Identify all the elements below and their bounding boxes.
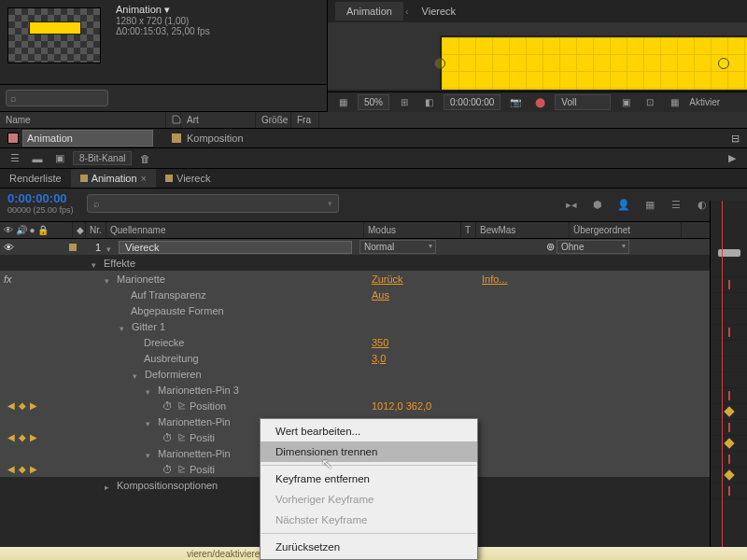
row-deformieren[interactable]: Deformieren [0, 366, 747, 382]
resolution-icon[interactable]: ⊞ [395, 94, 414, 111]
label-icon[interactable]: ◆ [77, 225, 84, 235]
kf-diamond-icon[interactable]: ◆ [19, 432, 26, 442]
kf-diamond-icon[interactable]: ◆ [19, 464, 26, 474]
stopwatch-icon[interactable]: ⏱ [162, 400, 174, 412]
trash-icon[interactable]: 🗑 [135, 150, 154, 167]
play-icon[interactable]: ▶ [723, 150, 741, 167]
twirl-icon[interactable] [92, 259, 101, 268]
twirl-icon[interactable] [106, 243, 116, 252]
audio-icon[interactable]: 🔊 [16, 225, 27, 235]
current-timecode[interactable]: 0:00:00:0000000 (25.00 fps) [0, 189, 81, 221]
layer-name[interactable]: Viereck [119, 241, 352, 254]
menu-separate-dimensions[interactable]: Dimensionen trennen [261, 441, 477, 462]
val-pos3[interactable]: 1012,0 362,0 [372, 400, 431, 412]
marker[interactable] [728, 391, 730, 400]
marker[interactable] [728, 455, 730, 464]
expression-icon[interactable]: ⊵ [177, 463, 186, 475]
twirl-icon[interactable] [146, 417, 155, 427]
col-size[interactable]: Größe [256, 112, 291, 128]
next-kf-icon[interactable]: ▶ [30, 400, 37, 411]
col-name[interactable]: Name [0, 112, 166, 128]
folder-icon[interactable]: ▬ [28, 150, 47, 167]
row-effects[interactable]: Effekte [0, 255, 747, 271]
flowchart-icon[interactable]: ⊟ [731, 133, 740, 145]
solo-icon[interactable]: ● [30, 225, 35, 235]
tab-renderlist[interactable]: Renderliste [0, 169, 71, 188]
marker[interactable] [728, 328, 730, 337]
marker[interactable] [728, 423, 730, 432]
channels-icon[interactable]: ⬤ [530, 94, 549, 111]
col-nr[interactable]: Nr. [86, 222, 106, 238]
layer-viereck[interactable]: 👁 1 Viereck Normal ⊚ Ohne [0, 239, 747, 255]
col-trkmat[interactable]: BewMas [476, 222, 570, 238]
puppet-pin[interactable] [718, 58, 729, 69]
resolution-select[interactable]: Voll [555, 94, 611, 110]
transparency-icon[interactable]: ▦ [665, 94, 684, 111]
row-ausbreitung[interactable]: Ausbreitung3,0 [0, 350, 747, 366]
twirl-icon[interactable] [105, 481, 114, 490]
prev-kf-icon[interactable]: ◀ [7, 432, 15, 442]
effect-info[interactable]: Info... [482, 273, 508, 285]
keyframe[interactable] [724, 469, 734, 480]
parent-select[interactable]: Ohne [557, 240, 629, 254]
label-color[interactable] [172, 133, 181, 143]
pickwhip-icon[interactable]: ⊚ [546, 241, 555, 253]
tab-animation[interactable]: Animation× [71, 169, 156, 188]
new-comp-icon[interactable]: ▣ [50, 150, 69, 167]
stopwatch-icon[interactable]: ⏱ [162, 432, 174, 443]
close-tab-icon[interactable]: × [141, 173, 147, 184]
graph-icon[interactable]: ◐ [693, 196, 712, 215]
viewer-canvas[interactable] [328, 22, 747, 90]
camera-icon[interactable]: 📷 [506, 94, 525, 111]
comp-thumbnail[interactable] [7, 7, 101, 63]
next-kf-icon[interactable]: ▶ [30, 464, 37, 474]
twirl-icon[interactable] [146, 449, 155, 458]
playhead[interactable] [722, 201, 723, 560]
val-ausbreitung[interactable]: 3,0 [372, 353, 386, 364]
activate-button[interactable]: Aktivier [689, 97, 720, 107]
menu-remove-keyframe[interactable]: Keyframe entfernen [261, 469, 477, 489]
interpret-icon[interactable]: ☰ [6, 150, 24, 167]
row-marionette[interactable]: fxMarionetteZurückInfo... [0, 271, 747, 287]
keyframe[interactable] [724, 438, 734, 448]
effect-reset[interactable]: Zurück [372, 273, 403, 285]
col-source[interactable]: Quellenname [106, 222, 364, 238]
menu-edit-value[interactable]: Wert bearbeiten... [261, 421, 477, 441]
expression-icon[interactable]: ⊵ [177, 399, 186, 412]
prev-kf-icon[interactable]: ◀ [7, 400, 15, 411]
eye-icon[interactable]: 👁 [4, 225, 13, 235]
draft-icon[interactable]: ▸◂ [562, 196, 581, 215]
viewer-tab-animation[interactable]: Animation [335, 2, 403, 21]
blend-mode[interactable]: Normal [359, 240, 436, 254]
marker[interactable] [728, 280, 730, 289]
grid-icon[interactable]: ▦ [333, 94, 352, 111]
row-abgepauste[interactable]: Abgepauste Formen [0, 302, 747, 318]
row-pin3[interactable]: Marionetten-Pin 3 [0, 382, 747, 398]
kf-diamond-icon[interactable]: ◆ [19, 400, 26, 411]
mask-icon[interactable]: ◧ [419, 94, 438, 111]
project-item-animation[interactable]: Animation Komposition ⊟ [0, 129, 747, 147]
view-icon[interactable]: ▣ [616, 94, 635, 111]
tab-viereck[interactable]: Viereck [156, 169, 219, 188]
zoom-level[interactable]: 50% [358, 94, 389, 110]
col-track[interactable]: T [461, 222, 476, 238]
next-kf-icon[interactable]: ▶ [30, 432, 37, 442]
twirl-icon[interactable] [120, 322, 129, 331]
twirl-icon[interactable] [133, 370, 142, 379]
val-aus[interactable]: Aus [372, 289, 389, 301]
timeline-track-area[interactable] [710, 201, 747, 560]
menu-reset[interactable]: Zurücksetzen [261, 537, 477, 557]
row-dreiecke[interactable]: Dreiecke350 [0, 334, 747, 350]
expression-icon[interactable]: ⊵ [177, 431, 186, 443]
row-pin3-position[interactable]: ◀◆▶⏱⊵Position1012,0 362,0 [0, 398, 747, 413]
col-mode[interactable]: Modus [364, 222, 461, 238]
marker[interactable] [728, 486, 730, 496]
lock-icon[interactable]: 🔒 [37, 225, 49, 235]
region-icon[interactable]: ⊡ [641, 94, 659, 111]
shape-viereck[interactable] [440, 35, 747, 90]
stopwatch-icon[interactable]: ⏱ [162, 464, 174, 475]
col-parent[interactable]: Übergeordnet [570, 222, 682, 238]
fx-icon[interactable]: ☰ [667, 196, 685, 215]
col-fr[interactable]: Fra [291, 112, 319, 128]
keyframe[interactable] [724, 406, 734, 416]
